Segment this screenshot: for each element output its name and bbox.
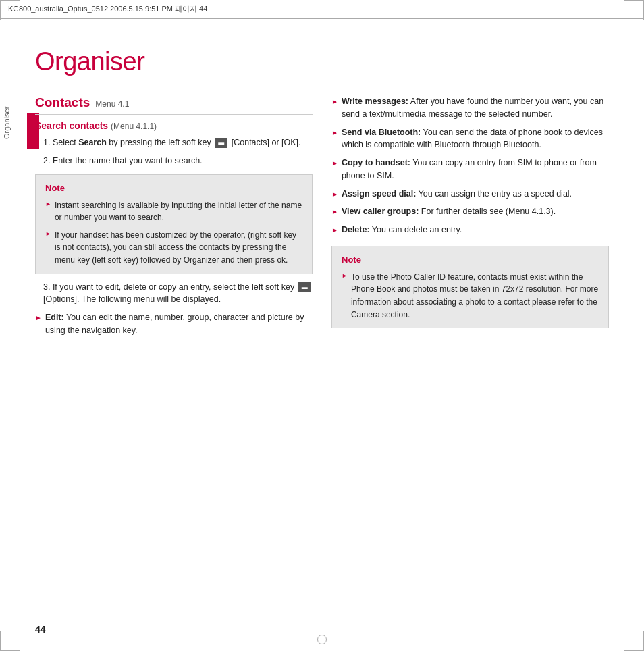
menu-ref: Menu 4.1 (95, 99, 129, 109)
right-bullet-text-2: Send via Bluetooth: You can send the dat… (342, 126, 609, 152)
step-1-end: [Contacts] or [OK]. (232, 138, 301, 147)
edit-bullet-icon: ► (35, 313, 42, 323)
step-1-text: by pressing the left soft key (107, 138, 213, 147)
right-bullet-icon-6: ► (331, 225, 338, 235)
right-bullet-5: ► View caller groups: For further detail… (331, 205, 609, 218)
main-content: Organiser Contacts Menu 4.1 Search conta… (35, 19, 609, 637)
rb4-bold: Assign speed dial: (342, 189, 416, 199)
right-bullet-text-5: View caller groups: For further details … (342, 205, 609, 218)
right-bullet-text-4: Assign speed dial: You can assign the en… (342, 188, 609, 201)
two-column-layout: Contacts Menu 4.1 Search contacts (Menu … (35, 95, 609, 342)
right-bullet-icon-3: ► (331, 158, 338, 168)
step-3-end: [Options]. The following menu will be di… (43, 294, 221, 304)
edit-text: You can edit the name, number, group, ch… (45, 313, 304, 335)
right-bullet-1: ► Write messages: After you have found t… (331, 95, 609, 121)
note-box-2: Note ► To use the Photo Caller ID featur… (331, 246, 609, 329)
note-text-1: Instant searching is available by inputt… (55, 199, 302, 224)
rb5-text: For further details see (Menu 4.1.3). (421, 207, 556, 216)
header-bar: KG800_australia_Optus_0512 2006.5.15 9:5… (0, 0, 644, 19)
rb2-bold: Send via Bluetooth: (342, 128, 421, 137)
soft-key-icon-2: ▬ (298, 282, 311, 293)
step-1-number: 1. Select (43, 138, 78, 147)
note2-text-1: To use the Photo Caller ID feature, cont… (351, 271, 599, 321)
note-item-2: ► If your handset has been customized by… (45, 229, 302, 267)
right-bullet-icon-1: ► (331, 97, 338, 107)
sub-heading: Search contacts (Menu 4.1.1) (35, 120, 157, 131)
step-2: 2. Enter the name that you want to searc… (35, 155, 313, 167)
right-bullet-icon-4: ► (331, 189, 338, 199)
corner-mark-bottom-left-v (0, 631, 1, 651)
note-text-2: If your handset has been customized by t… (55, 229, 302, 267)
bullet-icon-2: ► (45, 230, 51, 239)
rb5-bold: View caller groups: (342, 207, 419, 216)
step-3: 3. If you want to edit, delete or copy a… (35, 281, 313, 307)
note-item-1: ► Instant searching is available by inpu… (45, 199, 302, 224)
right-bullet-6: ► Delete: You can delete an entry. (331, 224, 609, 236)
edit-bullet: ► Edit: You can edit the name, number, g… (35, 311, 313, 337)
right-bullet-2: ► Send via Bluetooth: You can send the d… (331, 126, 609, 152)
side-label: Organiser (3, 107, 11, 139)
rb1-bold: Write messages: (342, 97, 408, 106)
bullet-icon-1: ► (45, 200, 51, 209)
right-bullet-icon-2: ► (331, 128, 338, 138)
right-bullet-text-6: Delete: You can delete an entry. (342, 224, 609, 236)
rb6-text: You can delete an entry. (372, 225, 462, 234)
note-title-2: Note (342, 253, 599, 267)
note-box-1: Note ► Instant searching is available by… (35, 174, 313, 274)
soft-key-icon-1: ▬ (215, 138, 227, 149)
right-bullet-3: ► Copy to handset: You can copy an entry… (331, 157, 609, 182)
note2-item-1: ► To use the Photo Caller ID feature, co… (342, 271, 599, 321)
rb3-bold: Copy to handset: (342, 158, 410, 167)
step-1: 1. Select Search by pressing the left so… (35, 136, 313, 149)
edit-bold: Edit: (45, 313, 64, 322)
right-bullet-4: ► Assign speed dial: You can assign the … (331, 188, 609, 201)
step-2-text: 2. Enter the name that you want to searc… (43, 156, 203, 165)
right-column: ► Write messages: After you have found t… (331, 95, 609, 335)
page-title: Organiser (35, 47, 609, 76)
step-3-text: 3. If you want to edit, delete or copy a… (43, 282, 297, 292)
rb6-bold: Delete: (342, 225, 370, 234)
edit-bullet-text: Edit: You can edit the name, number, gro… (45, 311, 313, 337)
left-column: Contacts Menu 4.1 Search contacts (Menu … (35, 95, 313, 342)
right-bullet-text-3: Copy to handset: You can copy an entry f… (342, 157, 609, 182)
rb4-text: You can assign the entry as a speed dial… (419, 189, 572, 199)
right-bullet-icon-5: ► (331, 207, 338, 217)
note2-bullet-icon: ► (342, 271, 348, 281)
header-text: KG800_australia_Optus_0512 2006.5.15 9:5… (8, 4, 207, 14)
step-1-bold: Search (78, 138, 107, 147)
note-title-1: Note (45, 182, 302, 195)
sub-heading-menu: (Menu 4.1.1) (111, 122, 157, 131)
right-bullet-text-1: Write messages: After you have found the… (342, 95, 609, 121)
section-heading: Contacts (35, 95, 90, 110)
